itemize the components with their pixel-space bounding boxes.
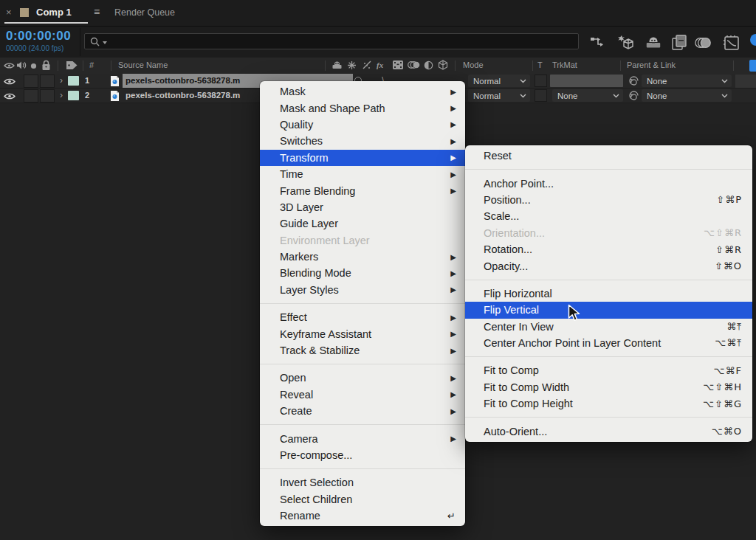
menu-item-label: Create xyxy=(280,405,312,417)
context-menu-item-create[interactable]: Create▶ xyxy=(260,403,465,419)
timeline-column-header: # Source Name fx Mode T TrkMat P xyxy=(0,58,756,75)
context-menu-item-rename[interactable]: Rename↵ xyxy=(260,508,465,524)
menu-item-label: Center Anchor Point in Layer Content xyxy=(484,337,661,349)
context-menu-item-time[interactable]: Time▶ xyxy=(260,166,465,182)
pick-whip-icon[interactable] xyxy=(628,75,639,86)
transform-submenu-item-flip-horizontal[interactable]: Flip Horizontal xyxy=(465,285,752,302)
transform-submenu-item-rotation[interactable]: Rotation...⇧⌘R xyxy=(465,241,752,257)
menu-item-label: Invert Selection xyxy=(280,477,354,488)
panel-menu-icon[interactable]: ≡ xyxy=(94,6,100,18)
motion-blur-column-icon xyxy=(408,60,420,69)
context-menu-item-track-stabilize[interactable]: Track & Stabilize▶ xyxy=(260,342,465,359)
menu-item-label: Frame Blending xyxy=(280,185,355,197)
transform-submenu-item-fit-to-comp-height[interactable]: Fit to Comp Height⌥⇧⌘G xyxy=(465,395,752,412)
context-menu-separator xyxy=(260,303,465,304)
after-effects-timeline-panel: × Comp 1 ≡ Render Queue 0:00:00:00 00000… xyxy=(0,0,756,540)
transform-submenu-item-auto-orient[interactable]: Auto-Orient...⌥⌘O xyxy=(465,423,752,439)
transform-submenu-item-center-anchor-point-in-layer-content[interactable]: Center Anchor Point in Layer Content⌥⌘⤒ xyxy=(465,335,752,351)
transform-submenu-item-fit-to-comp-width[interactable]: Fit to Comp Width⌥⇧⌘H xyxy=(465,379,752,395)
expand-chevron-icon[interactable]: › xyxy=(60,75,63,86)
context-menu-item-blending-mode[interactable]: Blending Mode▶ xyxy=(260,265,465,281)
motion-blur-icon[interactable] xyxy=(695,34,712,52)
draft-3d-icon[interactable] xyxy=(617,34,635,52)
selected-row-strip xyxy=(550,75,623,87)
visibility-eye-icon[interactable] xyxy=(4,77,16,86)
frame-blending-icon[interactable] xyxy=(670,34,688,52)
mouse-cursor xyxy=(568,304,581,323)
context-menu-item-switches[interactable]: Switches▶ xyxy=(260,133,465,149)
transform-submenu-item-reset[interactable]: Reset xyxy=(465,148,752,164)
context-menu-item-environment-layer: Environment Layer xyxy=(260,232,465,249)
mode-column-header[interactable]: Mode xyxy=(463,60,484,69)
context-menu-item-quality[interactable]: Quality▶ xyxy=(260,117,465,133)
menu-item-label: Anchor Point... xyxy=(484,178,554,190)
menu-item-label: Layer Styles xyxy=(280,284,339,296)
context-menu-item-guide-layer[interactable]: Guide Layer xyxy=(260,215,465,232)
menu-item-label: Flip Horizontal xyxy=(484,288,552,300)
transform-submenu-item-center-in-view[interactable]: Center In View⌘⤒ xyxy=(465,319,752,335)
solo-toggle-cell[interactable] xyxy=(40,75,55,88)
menu-item-label: Orientation... xyxy=(484,227,545,239)
transform-submenu-item-orientation: Orientation...⌥⇧⌘R xyxy=(465,225,752,241)
transform-submenu-item-flip-vertical[interactable]: Flip Vertical xyxy=(465,302,752,318)
mode-dropdown[interactable]: Normal xyxy=(468,75,530,87)
parent-dropdown[interactable]: None xyxy=(642,89,732,102)
preserve-transparency-cell[interactable] xyxy=(535,89,547,102)
parent-dropdown[interactable]: None xyxy=(642,75,732,87)
mini-flowchart-icon[interactable] xyxy=(589,34,607,52)
transform-submenu-item-opacity[interactable]: Opacity...⇧⌘O xyxy=(465,257,752,274)
context-menu-item-pre-compose[interactable]: Pre-compose... xyxy=(260,447,465,463)
audio-toggle-cell[interactable] xyxy=(24,75,38,88)
tab-render-queue[interactable]: Render Queue xyxy=(114,7,175,18)
transform-submenu-separator xyxy=(465,356,752,357)
context-menu-item-effect[interactable]: Effect▶ xyxy=(260,309,465,325)
context-menu-item-layer-styles[interactable]: Layer Styles▶ xyxy=(260,282,465,298)
context-menu-item-markers[interactable]: Markers▶ xyxy=(260,249,465,265)
close-panel-icon[interactable]: × xyxy=(6,7,12,18)
layer-label-swatch[interactable] xyxy=(68,76,79,86)
layer-index: 2 xyxy=(85,91,89,100)
context-menu-item-reveal[interactable]: Reveal▶ xyxy=(260,387,465,403)
audio-icon xyxy=(16,60,27,70)
parent-link-column-header[interactable]: Parent & Link xyxy=(627,60,676,69)
clipped-panel-icon xyxy=(749,60,756,72)
context-menu-item-keyframe-assistant[interactable]: Keyframe Assistant▶ xyxy=(260,325,465,342)
menu-item-shortcut: ⇧⌘R xyxy=(715,244,742,255)
context-menu-item-mask[interactable]: Mask▶ xyxy=(260,83,465,100)
expand-chevron-icon[interactable]: › xyxy=(60,90,63,100)
visibility-eye-icon[interactable] xyxy=(4,92,16,100)
row-end-cell xyxy=(735,75,756,88)
preserve-transparency-cell[interactable] xyxy=(535,75,547,87)
context-menu-item-transform[interactable]: Transform▶ xyxy=(260,150,465,166)
submenu-arrow-icon: ▶ xyxy=(450,330,456,338)
source-name-column-header[interactable]: Source Name xyxy=(118,60,168,69)
context-menu-item-invert-selection[interactable]: Invert Selection xyxy=(260,474,465,491)
context-menu-item-open[interactable]: Open▶ xyxy=(260,370,465,386)
menu-item-label: Rename xyxy=(280,510,320,522)
tab-comp-1[interactable]: Comp 1 xyxy=(36,7,72,18)
trkmat-dropdown[interactable]: None xyxy=(552,89,623,102)
context-menu-item-camera[interactable]: Camera▶ xyxy=(260,430,465,446)
trkmat-column-header[interactable]: TrkMat xyxy=(552,60,577,69)
transform-submenu-item-scale[interactable]: Scale... xyxy=(465,208,752,224)
context-menu-item-mask-and-shape-path[interactable]: Mask and Shape Path▶ xyxy=(260,100,465,116)
comp-color-swatch-icon xyxy=(20,8,29,17)
layer-label-swatch[interactable] xyxy=(68,91,79,100)
menu-item-label: Flip Vertical xyxy=(484,304,539,316)
graph-editor-icon[interactable] xyxy=(723,34,740,52)
context-menu-item-3d-layer[interactable]: 3D Layer xyxy=(260,199,465,215)
solo-toggle-cell[interactable] xyxy=(40,89,55,103)
context-menu-item-frame-blending[interactable]: Frame Blending▶ xyxy=(260,182,465,198)
transform-submenu-item-fit-to-comp[interactable]: Fit to Comp⌥⌘F xyxy=(465,362,752,378)
timeline-toolbar: 0:00:00:00 00000 (24.00 fps) xyxy=(0,27,756,58)
quality-icon xyxy=(362,60,372,70)
transform-submenu-item-position[interactable]: Position...⇧⌘P xyxy=(465,192,752,208)
context-menu-item-select-children[interactable]: Select Children xyxy=(260,491,465,508)
menu-item-shortcut: ⌥⌘F xyxy=(714,365,742,376)
hide-shy-layers-icon[interactable] xyxy=(645,34,662,52)
transform-submenu-item-anchor-point[interactable]: Anchor Point... xyxy=(465,175,752,191)
pick-whip-icon[interactable] xyxy=(628,90,639,101)
context-menu-separator xyxy=(260,424,465,425)
mode-dropdown[interactable]: Normal xyxy=(468,89,530,102)
audio-toggle-cell[interactable] xyxy=(24,89,38,103)
